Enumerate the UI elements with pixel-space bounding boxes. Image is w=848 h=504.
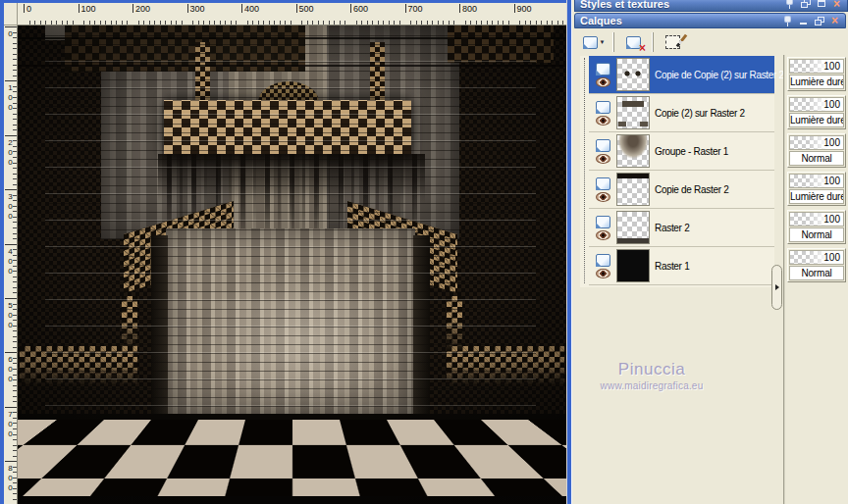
layer-row[interactable]: Copie de Copie (2) sur Raster 2	[589, 56, 774, 94]
ruler-tick	[13, 287, 17, 288]
ruler-tick	[307, 21, 308, 25]
maximize-icon[interactable]	[815, 0, 827, 10]
ruler-tick	[383, 21, 384, 25]
layer-blendmode-field[interactable]: Lumière dure	[789, 113, 844, 127]
ruler-tick	[13, 108, 17, 109]
ruler-tick	[329, 21, 330, 25]
delete-layer-button[interactable]: ×	[618, 30, 648, 54]
ruler-tick	[301, 21, 302, 25]
ruler-label: 600	[353, 4, 368, 14]
ruler-tick	[13, 341, 17, 342]
panel-expander-button[interactable]	[771, 265, 782, 310]
ruler-tick	[247, 21, 248, 25]
layer-row[interactable]: Copie de Raster 2	[589, 171, 774, 209]
layer-visibility-eye-icon[interactable]	[596, 192, 610, 202]
ruler-tick	[198, 21, 199, 25]
ruler-tick	[13, 119, 17, 120]
ruler-tick	[5, 135, 17, 136]
image-canvas[interactable]	[18, 25, 566, 504]
layer-opacity-field[interactable]: 100	[789, 250, 844, 265]
ruler-tick	[453, 21, 454, 25]
layer-blendmode-field[interactable]: Normal	[789, 266, 844, 280]
ruler-tick	[13, 358, 17, 359]
layer-visibility-eye-icon[interactable]	[596, 116, 610, 126]
layer-visibility-eye-icon[interactable]	[596, 77, 610, 87]
styles-textures-titlebar[interactable]: Styles et textures	[574, 0, 848, 12]
pin-icon[interactable]	[783, 0, 796, 10]
chevron-down-icon: ▼	[600, 39, 606, 45]
layer-thumbnail[interactable]	[616, 173, 650, 206]
ruler-tick	[323, 21, 324, 25]
layer-visibility-eye-icon[interactable]	[596, 230, 610, 240]
close-icon[interactable]	[830, 0, 843, 10]
ruler-tick	[171, 21, 172, 25]
minimize-icon[interactable]	[797, 15, 810, 26]
layer-row[interactable]: Raster 1	[589, 247, 774, 285]
watermark-name: Pinuccia	[587, 360, 716, 379]
layer-thumbnail-art	[617, 174, 649, 205]
ruler-tick	[13, 369, 17, 370]
ruler-tick	[13, 70, 17, 71]
ruler-tick	[470, 21, 471, 25]
ruler-tick	[541, 21, 542, 25]
close-icon[interactable]	[828, 15, 841, 26]
edit-selection-button[interactable]	[658, 30, 687, 54]
restore-icon[interactable]	[799, 0, 812, 10]
layer-thumbnail[interactable]	[616, 58, 650, 91]
pin-icon[interactable]	[781, 15, 794, 26]
layer-visibility-eye-icon[interactable]	[596, 154, 610, 164]
column-divider[interactable]	[783, 55, 785, 504]
layer-row[interactable]: Groupe - Raster 1	[589, 132, 774, 171]
layer-blendmode-field[interactable]: Lumière dure	[789, 189, 844, 204]
ruler-tick	[427, 21, 428, 25]
layer-thumbnail[interactable]	[616, 249, 650, 282]
layer-thumbnail[interactable]	[616, 134, 650, 168]
new-layer-button[interactable]: ▼	[579, 30, 609, 54]
layer-opacity-field[interactable]: 100	[789, 212, 844, 227]
layer-opacity-field[interactable]: 100	[789, 59, 844, 74]
restore-icon[interactable]	[813, 15, 825, 26]
ruler-tick	[291, 21, 292, 25]
ruler-label: 700	[408, 4, 423, 14]
ruler-tick	[492, 21, 493, 25]
ruler-tick	[13, 412, 17, 413]
ruler-tick	[5, 352, 17, 353]
layer-row[interactable]: Copie (2) sur Raster 2	[589, 94, 774, 132]
layer-opacity-value: 100	[823, 251, 840, 264]
ruler-label: 500	[299, 4, 314, 14]
ruler-tick	[94, 21, 95, 25]
ruler-tick	[13, 478, 17, 479]
ruler-tick	[13, 151, 17, 152]
layer-thumbnail[interactable]	[616, 96, 650, 129]
layer-opacity-value: 100	[823, 136, 840, 149]
ruler-tick	[89, 21, 90, 25]
layer-visibility-eye-icon[interactable]	[596, 269, 610, 278]
ruler-tick	[13, 163, 17, 164]
layer-name: Copie (2) sur Raster 2	[655, 108, 745, 119]
horizontal-ruler[interactable]: 0100200300400500600700800900	[18, 3, 566, 25]
ruler-tick	[13, 385, 17, 386]
layer-thumbnail[interactable]	[616, 211, 650, 244]
layer-opacity-field[interactable]: 100	[789, 174, 844, 188]
layer-properties-column: 100 Lumière dure 100 Lumière dure 100 No…	[787, 57, 846, 286]
layer-row-icons	[591, 216, 614, 240]
layer-blendmode-field[interactable]: Normal	[789, 227, 844, 242]
layer-name: Copie de Copie (2) sur Raster 2	[655, 70, 784, 80]
ruler-tick	[225, 21, 226, 25]
layer-row[interactable]: Raster 2	[589, 209, 774, 247]
ruler-tick	[465, 21, 466, 25]
layer-blendmode-field[interactable]: Normal	[789, 151, 844, 166]
ruler-tick	[530, 21, 531, 25]
layer-blendmode-field[interactable]: Lumière dure	[789, 75, 844, 89]
layer-opacity-field[interactable]: 100	[789, 135, 844, 150]
ruler-tick	[13, 140, 17, 141]
layer-opacity-field[interactable]: 100	[789, 97, 844, 112]
vertical-ruler[interactable]: 0100200300400500600700800	[4, 25, 18, 504]
ruler-tick	[340, 21, 341, 25]
ruler-tick	[481, 21, 482, 25]
ruler-tick	[13, 396, 17, 397]
layer-name: Copie de Raster 2	[655, 184, 729, 195]
layers-palette-titlebar[interactable]: Calques	[574, 13, 846, 28]
ruler-tick	[389, 21, 390, 25]
ruler-tick	[13, 168, 17, 169]
